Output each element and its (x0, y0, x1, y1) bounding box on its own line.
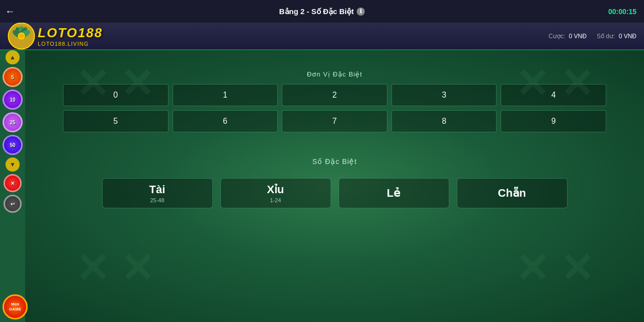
deco-x-4: ✕ ✕ (515, 245, 594, 292)
subheader-bar: LOTO188 LOTO188.LIVING Cược: 0 VNĐ Số dư… (0, 23, 644, 50)
bet-label: Cược: 0 VNĐ (548, 33, 587, 40)
number-row-2: 56789 (63, 110, 606, 132)
chip-10[interactable]: 10 (3, 90, 23, 110)
bet-btn-3[interactable]: Chẵn (457, 178, 568, 208)
timer-display: 00:00:15 (608, 8, 636, 16)
bet-btn-0[interactable]: Tài25-48 (102, 178, 213, 208)
number-btn-3[interactable]: 3 (391, 84, 497, 106)
number-btn-0[interactable]: 0 (63, 84, 169, 106)
so-dac-biet-label: Số Đặc Biệt (63, 157, 606, 166)
balance-info: Cược: 0 VNĐ Số dư: 0 VNĐ (548, 33, 636, 40)
don-vi-label: Đơn Vị Đặc Biệt (63, 70, 606, 78)
mini-game-area: MiniGAME (3, 294, 28, 319)
back-button[interactable]: ← (5, 6, 15, 17)
chip-5[interactable]: 5 (3, 67, 23, 87)
logo-name: LOTO188 (38, 25, 103, 41)
bet-btn-2[interactable]: Lẻ (339, 178, 449, 208)
bet-buttons: Tài25-48Xỉu1-24LẻChẵn (63, 178, 606, 208)
bet-btn-1[interactable]: Xỉu1-24 (220, 178, 331, 208)
svg-point-7 (19, 34, 24, 39)
balance-area: Cược: 0 VNĐ Số dư: 0 VNĐ (548, 33, 636, 40)
mini-game-label: MiniGAME (9, 302, 21, 311)
left-sidebar: ▲ 5 10 25 50 ▼ ✕ ↩ (0, 50, 25, 213)
main-content: ✕ ✕ ✕ ✕ ✕ ✕ ✕ ✕ Đơn Vị Đặc Biệt 01234 56… (25, 50, 644, 322)
scroll-down-button[interactable]: ▼ (6, 157, 20, 172)
cancel-bet-button[interactable]: ✕ (4, 174, 22, 192)
logo-domain: LOTO188.LIVING (38, 41, 103, 47)
header-bar: ← Bảng 2 - Số Đặc Biệt ℹ 00:00:15 (0, 0, 644, 23)
number-btn-7[interactable]: 7 (282, 110, 387, 132)
page-title: Bảng 2 - Số Đặc Biệt ℹ (279, 7, 365, 16)
info-icon[interactable]: ℹ (357, 8, 365, 16)
number-btn-6[interactable]: 6 (173, 110, 278, 132)
bet-btn-sub-0: 25-48 (150, 197, 164, 203)
don-vi-section: Đơn Vị Đặc Biệt 01234 56789 (63, 70, 606, 132)
number-row-1: 01234 (63, 84, 606, 106)
scroll-up-button[interactable]: ▲ (6, 50, 20, 64)
number-btn-8[interactable]: 8 (391, 110, 497, 132)
logo-area: LOTO188 LOTO188.LIVING (8, 22, 103, 50)
bet-btn-sub-1: 1-24 (270, 197, 281, 203)
chip-50[interactable]: 50 (3, 135, 23, 155)
balance-label: Số dư: 0 VNĐ (597, 33, 636, 40)
logo-emblem (8, 22, 35, 50)
number-btn-4[interactable]: 4 (501, 84, 606, 106)
logo-text: LOTO188 LOTO188.LIVING (38, 25, 103, 47)
mini-game-button[interactable]: MiniGAME (3, 294, 28, 319)
so-dac-biet-section: Số Đặc Biệt Tài25-48Xỉu1-24LẻChẵn (63, 157, 606, 208)
number-btn-2[interactable]: 2 (282, 84, 387, 106)
undo-button[interactable]: ↩ (4, 195, 22, 213)
number-grid: 01234 56789 (63, 84, 606, 132)
number-btn-1[interactable]: 1 (173, 84, 278, 106)
number-btn-5[interactable]: 5 (63, 110, 169, 132)
number-btn-9[interactable]: 9 (501, 110, 606, 132)
deco-x-3: ✕ ✕ (75, 245, 154, 292)
chip-25[interactable]: 25 (3, 112, 23, 132)
